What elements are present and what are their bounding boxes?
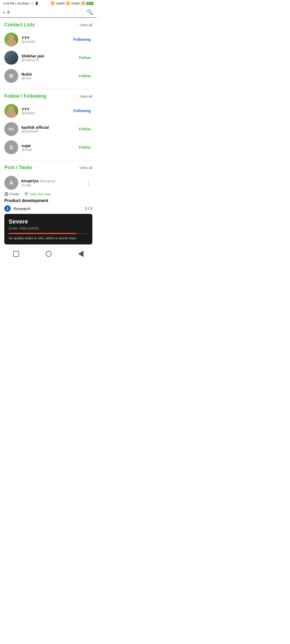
nav-back-button[interactable] (78, 251, 84, 257)
follow-following-section: Follow / Following View all YYY @ankit56… (0, 93, 97, 156)
battery-indicator: 72⚡ (86, 2, 93, 5)
nav-bar (0, 248, 97, 260)
dark-card-desc: Air quality index is 442, which is worse… (9, 236, 88, 240)
more-options-button[interactable]: ⋮ (85, 178, 92, 187)
contact-handle-yyy2: @ankit56 (21, 111, 68, 115)
contact-name-sujai: sujai (21, 143, 74, 148)
post-title: Product development (4, 198, 92, 203)
post-tasks-title: Post / Tasks (4, 165, 32, 170)
research-badge: 1 (4, 205, 11, 212)
avatar-shikhar (4, 51, 18, 65)
contact-info-yyy2: YYY @ankit56 (21, 107, 68, 115)
contact-info-karthik: karthik official @karthikoff (21, 125, 74, 133)
own-task-btn[interactable]: Own this task (24, 192, 51, 196)
post-visibility-label: Public (10, 192, 19, 196)
contact-handle-rohit: @rohit (21, 76, 74, 80)
contact-name-shikhar: Shikhar jain (21, 54, 74, 58)
alarm-icon: 🕐 (30, 2, 34, 5)
data-speed: 33.1KB/s (17, 2, 29, 5)
signal-icon2: 📶 (66, 2, 70, 5)
post-handle: @anupriya (39, 179, 55, 183)
follow-btn-rohit[interactable]: Follow (77, 73, 92, 79)
post-meta: Public Own this task (4, 192, 92, 196)
post-header: A Anupriya @anupriya 1w ago ⋮ (4, 176, 92, 190)
wifi-icon2: VoWiFi (71, 2, 80, 5)
contact-lists-header: Contact Lists View all (4, 22, 92, 28)
speed: | (15, 2, 16, 5)
post-time: 1w ago (21, 183, 82, 187)
divider-2 (0, 160, 97, 160)
contact-name-karthik: karthik official (21, 125, 74, 130)
globe-icon (4, 192, 9, 196)
follow-following-header: Follow / Following View all (4, 93, 92, 99)
contact-name-yyy2: YYY (21, 107, 68, 111)
follow-following-title: Follow / Following (4, 93, 46, 99)
nav-square-button[interactable] (13, 251, 19, 257)
task-pin-icon (24, 192, 28, 196)
dark-card-subtitle: Scale: India (NAQI) (9, 226, 88, 230)
back-icon (78, 251, 84, 257)
avatar-rohit: R (4, 69, 18, 83)
post-item: A Anupriya @anupriya 1w ago ⋮ Public (4, 173, 92, 244)
nav-home-button[interactable] (46, 251, 52, 257)
post-tasks-section: Post / Tasks View all A Anupriya @anupri… (0, 165, 97, 244)
post-tasks-header: Post / Tasks View all (4, 165, 92, 170)
time: 4:34 PM (3, 2, 14, 5)
status-right: 📶 VoWiFi 📶 VoWiFi 📶 72⚡ (51, 2, 93, 5)
follow-btn-yyy2[interactable]: Following (72, 108, 92, 114)
post-tasks-view-all[interactable]: View all (79, 166, 92, 170)
wifi-icon: VoWiFi (56, 2, 65, 5)
follow-btn-karthik[interactable]: Follow (77, 126, 92, 132)
contact-name-yyy: YYY (21, 35, 68, 40)
contact-info-yyy: YYY @ankit56 (21, 35, 68, 44)
svg-point-2 (26, 193, 27, 194)
own-task-label: Own this task (30, 192, 51, 196)
square-icon (13, 251, 19, 257)
post-user-name: Anupriya (21, 178, 38, 183)
contact-lists-view-all[interactable]: View all (79, 23, 92, 27)
post-user-info: Anupriya @anupriya 1w ago (21, 178, 82, 187)
research-label: Research (13, 206, 82, 211)
signal-icon: 📶 (51, 2, 55, 5)
dark-card-progress-fill (9, 233, 76, 234)
search-input[interactable] (7, 10, 85, 14)
contact-info-rohit: Rohit @rohit (21, 72, 74, 80)
contact-item-shikhar: Shikhar jain @shikhar79 Follow (4, 49, 92, 67)
dark-card-progress (9, 233, 88, 234)
avatar-yyy2 (4, 104, 18, 118)
home-icon (46, 251, 52, 257)
contact-handle-karthik: @karthikoff (21, 130, 74, 133)
dark-card-title: Severe (9, 218, 88, 225)
research-count: 1 / 1 (85, 206, 92, 211)
contact-item-rohit: R Rohit @rohit Follow (4, 67, 92, 85)
back-button[interactable]: ‹ (3, 9, 5, 15)
follow-btn-shikhar[interactable]: Follow (77, 55, 92, 60)
whatsapp-icon: 📱 (35, 2, 39, 5)
follow-following-view-all[interactable]: View all (79, 94, 92, 98)
contact-handle-yyy: @ankit56 (21, 40, 68, 44)
contact-handle-shikhar: @shikhar79 (21, 58, 74, 62)
wifi-icon3: 📶 (81, 2, 85, 5)
contact-item-yyy2: YYY @ankit56 Following (4, 102, 92, 120)
avatar-karthik: KO (4, 122, 18, 136)
contact-lists-section: Contact Lists View all YYY @ankit56 Foll… (0, 22, 97, 85)
dark-card: Severe Scale: India (NAQI) Air quality i… (4, 214, 92, 244)
research-row: 1 Research 1 / 1 (4, 205, 92, 212)
contact-item-karthik: KO karthik official @karthikoff Follow (4, 120, 92, 138)
divider-1 (0, 89, 97, 89)
contact-name-rohit: Rohit (21, 72, 74, 76)
contact-lists-title: Contact Lists (4, 22, 35, 28)
avatar-anupriya: A (4, 176, 18, 190)
search-bar: ‹ 🔍 (0, 7, 97, 18)
contact-item-sujai: S sujai @Sujai Follow (4, 138, 92, 156)
status-left: 4:34 PM | 33.1KB/s 🕐 📱 (3, 2, 39, 5)
follow-btn-sujai[interactable]: Follow (77, 145, 92, 150)
search-icon[interactable]: 🔍 (87, 9, 93, 15)
follow-btn-yyy[interactable]: Following (72, 37, 92, 42)
avatar-yyy (4, 32, 18, 46)
contact-item-yyy: YYY @ankit56 Following (4, 30, 92, 49)
contact-info-shikhar: Shikhar jain @shikhar79 (21, 54, 74, 62)
status-bar: 4:34 PM | 33.1KB/s 🕐 📱 📶 VoWiFi 📶 VoWiFi… (0, 0, 97, 7)
contact-handle-sujai: @Sujai (21, 148, 74, 152)
contact-info-sujai: sujai @Sujai (21, 143, 74, 152)
